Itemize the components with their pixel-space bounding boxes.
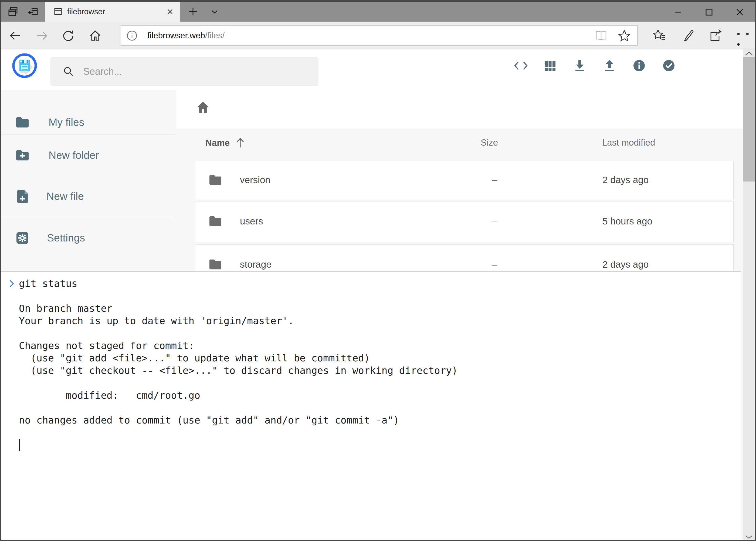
- breadcrumb: [176, 90, 744, 129]
- tab-bar: filebrowser: [1, 2, 755, 22]
- url-host: filebrowser.web: [147, 31, 205, 40]
- new-file-icon: [16, 189, 28, 204]
- scrollbar-thumb[interactable]: [743, 57, 755, 182]
- site-info-icon[interactable]: [126, 30, 138, 42]
- select-check-icon[interactable]: [662, 59, 675, 72]
- upload-icon[interactable]: [603, 59, 616, 72]
- browser-toolbar: filebrowser.web/files/: [1, 22, 755, 49]
- window-maximize-button[interactable]: [697, 4, 721, 21]
- settings-more-icon[interactable]: • • •: [737, 29, 755, 50]
- window-border: [0, 0, 756, 2]
- folder-icon: [209, 216, 222, 227]
- filebrowser-logo-icon[interactable]: [12, 53, 38, 79]
- terminal-panel[interactable]: git status On branch master Your branch …: [0, 271, 741, 541]
- sidebar-divider: [1, 135, 176, 135]
- settings-icon: [16, 232, 29, 244]
- forward-icon[interactable]: [35, 29, 48, 42]
- search-box[interactable]: [50, 57, 319, 86]
- terminal-line: modified: cmd/root.go: [19, 389, 732, 402]
- folder-icon: [209, 259, 222, 270]
- tab-dropdown-icon[interactable]: [209, 6, 220, 17]
- home-icon[interactable]: [89, 29, 102, 42]
- sort-asc-icon: [236, 138, 245, 148]
- share-icon[interactable]: [709, 29, 723, 50]
- scroll-up-icon[interactable]: [745, 51, 753, 56]
- column-header-size[interactable]: Size: [481, 138, 498, 148]
- terminal-prompt-icon: [9, 279, 15, 287]
- grid-view-icon[interactable]: [544, 59, 557, 72]
- terminal-line: [19, 377, 732, 389]
- folder-icon: [209, 174, 222, 186]
- sidebar-item-new-folder[interactable]: New folder: [16, 147, 99, 164]
- info-icon[interactable]: [632, 59, 645, 72]
- search-icon: [63, 66, 75, 78]
- new-tab-icon[interactable]: [187, 6, 198, 17]
- terminal-line: (use "git checkout -- <file>..." to disc…: [19, 364, 732, 377]
- scroll-down-icon[interactable]: [745, 535, 753, 539]
- file-row-users[interactable]: users – 5 hours ago: [196, 201, 734, 242]
- text-cursor: [19, 439, 20, 451]
- terminal-cursor-line: [19, 439, 732, 452]
- terminal-line: [19, 402, 732, 414]
- refresh-icon[interactable]: [62, 29, 75, 42]
- browser-scrollbar[interactable]: [743, 49, 755, 541]
- url-separator: [143, 29, 143, 42]
- terminal-line: [19, 327, 732, 339]
- terminal-line: Changes not staged for commit:: [19, 339, 732, 352]
- file-row-version[interactable]: version – 2 days ago: [196, 161, 734, 200]
- download-icon[interactable]: [573, 59, 586, 72]
- sidebar-item-settings[interactable]: Settings: [16, 230, 85, 246]
- terminal-line: [19, 426, 732, 439]
- tab-page-icon: [54, 7, 62, 16]
- search-input[interactable]: [83, 66, 299, 77]
- reading-view-icon[interactable]: [595, 30, 608, 42]
- sidebar-divider: [1, 217, 176, 217]
- address-bar[interactable]: filebrowser.web/files/: [121, 25, 638, 46]
- window-border: [0, 540, 756, 541]
- window-minimize-button[interactable]: [666, 4, 690, 21]
- terminal-line: no changes added to commit (use "git add…: [19, 414, 732, 426]
- tab-preview-icon[interactable]: [8, 6, 18, 17]
- browser-tab[interactable]: filebrowser: [45, 2, 180, 22]
- terminal-line: On branch master: [19, 302, 732, 315]
- terminal-line: [19, 290, 732, 302]
- web-note-pen-icon[interactable]: [681, 29, 695, 50]
- favorite-star-icon[interactable]: [618, 29, 631, 42]
- terminal-line: (use "git add <file>..." to update what …: [19, 352, 732, 364]
- column-header-modified[interactable]: Last modified: [602, 138, 655, 148]
- filebrowser-header: [1, 49, 743, 90]
- column-header-name[interactable]: Name: [205, 138, 245, 148]
- tab-close-icon[interactable]: [166, 8, 174, 16]
- url-path: /files/: [205, 31, 225, 40]
- raw-code-icon[interactable]: [514, 59, 527, 72]
- window-border: [0, 0, 1, 541]
- browser-window: filebrowser: [0, 0, 756, 541]
- breadcrumb-home-icon[interactable]: [196, 101, 210, 114]
- sidebar-item-new-file[interactable]: New file: [16, 188, 84, 205]
- favorites-hub-icon[interactable]: [652, 29, 667, 50]
- new-folder-icon: [16, 150, 29, 161]
- terminal-command: git status: [19, 277, 732, 290]
- terminal-line: Your branch is up to date with 'origin/m…: [19, 315, 732, 327]
- back-icon[interactable]: [9, 29, 22, 42]
- set-tabs-aside-icon[interactable]: [28, 6, 39, 17]
- sidebar-item-my-files[interactable]: My files: [16, 114, 84, 131]
- window-close-button[interactable]: [728, 4, 752, 21]
- folder-icon: [16, 117, 29, 128]
- tab-title: filebrowser: [67, 7, 105, 16]
